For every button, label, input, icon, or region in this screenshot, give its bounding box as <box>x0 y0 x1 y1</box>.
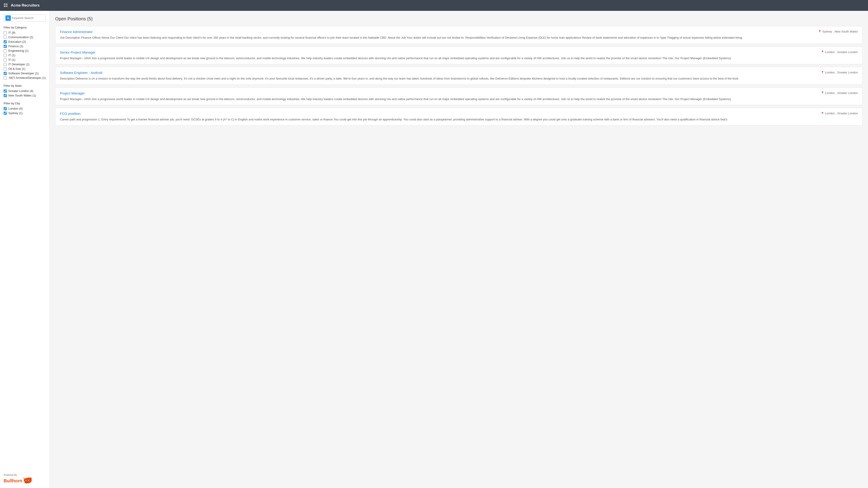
filter-category-communication[interactable]: Communication (2) <box>4 35 46 39</box>
filter-category-engineering[interactable]: Engineering (1) <box>4 49 46 53</box>
svg-rect-1 <box>6 3 7 5</box>
filter-category-net-architect[interactable]: .NET Architect/Developer (1) <box>4 76 46 79</box>
svg-rect-2 <box>4 5 5 7</box>
job-title-1[interactable]: Finance Administrator <box>60 30 93 34</box>
svg-rect-3 <box>6 5 7 7</box>
svg-point-4 <box>7 17 9 19</box>
job-card-2: Senior Project Manager 📍 London , Greate… <box>55 46 863 64</box>
grid-icon <box>4 3 8 8</box>
app-title: Acme Recruiters <box>11 3 39 7</box>
job-title-2[interactable]: Senior Project Manager <box>60 51 96 54</box>
filter-category-it1b[interactable]: IT (1) <box>4 58 46 61</box>
job-card-header-3: Software Engineer - Android 📍 London , G… <box>60 71 858 74</box>
job-location-2: 📍 London , Greater London <box>821 51 858 54</box>
filter-city-london[interactable]: London (4) <box>4 107 46 110</box>
job-description-3: Description Deliveroo is on a mission to… <box>60 76 858 81</box>
page-title: Open Positions (5) <box>55 16 863 22</box>
job-location-text-4: London , Greater London <box>825 91 858 95</box>
job-location-text-5: London , Greater London <box>825 111 858 115</box>
job-description-5: Career path and progression 1. Entry req… <box>60 117 858 122</box>
job-location-text-2: London , Greater London <box>825 51 858 54</box>
location-pin-icon-4: 📍 <box>821 91 824 94</box>
job-card-header-2: Senior Project Manager 📍 London , Greate… <box>60 51 858 54</box>
filter-category-it-developer[interactable]: IT Developer (1) <box>4 63 46 66</box>
location-pin-icon-2: 📍 <box>821 51 824 54</box>
job-card-header-1: Finance Administrator 📍 Sydney , New Sou… <box>60 30 858 34</box>
filter-category-finance[interactable]: Finance (2) <box>4 44 46 48</box>
powered-by-label: Powered By <box>4 474 46 476</box>
search-icon <box>5 15 11 21</box>
bullhorn-bull-icon <box>23 477 32 484</box>
job-title-3[interactable]: Software Engineer - Android <box>60 71 102 74</box>
location-pin-icon-1: 📍 <box>818 30 822 33</box>
app-header: Acme Recruiters <box>0 0 868 11</box>
filter-city-sydney[interactable]: Sydney (1) <box>4 111 46 115</box>
filter-state-new-south-wales[interactable]: New South Wales (1) <box>4 94 46 97</box>
job-location-text-3: London , Greater London <box>825 71 858 74</box>
job-description-2: Project Manager– JAVA Join a progressive… <box>60 56 858 61</box>
job-card-header-4: Project Manager 📍 London , Greater Londo… <box>60 91 858 95</box>
job-card-header-5: FCO postition 📍 London , Greater London <box>60 111 858 116</box>
job-title-4[interactable]: Project Manager <box>60 91 85 95</box>
filter-category-title: Filter by Category <box>4 26 46 29</box>
filter-category-education[interactable]: Education (2) <box>4 40 46 43</box>
job-location-5: 📍 London , Greater London <box>821 111 858 115</box>
filter-category-it9[interactable]: IT (9) <box>4 31 46 34</box>
filter-state-title: Filter by State <box>4 84 46 88</box>
svg-point-7 <box>26 480 26 481</box>
search-container <box>4 14 46 22</box>
job-location-text-1: Sydney , New South Wales <box>822 30 858 33</box>
job-description-1: Job Description Finance Officer About Ou… <box>60 35 858 40</box>
job-card-4: Project Manager 📍 London , Greater Londo… <box>55 88 863 105</box>
job-card-5: FCO postition 📍 London , Greater London … <box>55 108 863 126</box>
svg-point-8 <box>28 480 29 481</box>
job-card-1: Finance Administrator 📍 Sydney , New Sou… <box>55 26 863 44</box>
filter-city-section: Filter by City London (4) Sydney (1) <box>4 102 46 116</box>
job-card-3: Software Engineer - Android 📍 London , G… <box>55 67 863 85</box>
filter-city-title: Filter by City <box>4 102 46 105</box>
job-description-4: Project Manager– JAVA Join a progressive… <box>60 97 858 101</box>
filter-category-software-developer[interactable]: Software Developer (1) <box>4 72 46 75</box>
main-content: Open Positions (5) Finance Administrator… <box>50 11 868 488</box>
job-title-5[interactable]: FCO postition <box>60 111 81 116</box>
location-pin-icon-5: 📍 <box>821 112 824 115</box>
sidebar: Filter by Category IT (9) Communication … <box>0 11 50 488</box>
filter-state-section: Filter by State Greater London (4) New S… <box>4 84 46 98</box>
filter-category-section: Filter by Category IT (9) Communication … <box>4 26 46 80</box>
job-location-3: 📍 London , Greater London <box>821 71 858 74</box>
svg-rect-0 <box>4 3 5 5</box>
location-pin-icon-3: 📍 <box>821 71 824 74</box>
powered-by-section: Powered By Bullhorn <box>4 469 46 484</box>
filter-state-greater-london[interactable]: Greater London (4) <box>4 89 46 93</box>
bullhorn-logo: Bullhorn <box>4 477 46 484</box>
job-location-4: 📍 London , Greater London <box>821 91 858 95</box>
svg-point-6 <box>26 482 27 483</box>
job-location-1: 📍 Sydney , New South Wales <box>818 30 858 33</box>
filter-category-it1a[interactable]: IT (1) <box>4 54 46 57</box>
svg-line-5 <box>8 18 9 19</box>
bullhorn-text: Bullhorn <box>4 478 22 484</box>
filter-category-oil-gas[interactable]: Oil & Gas (1) <box>4 67 46 70</box>
